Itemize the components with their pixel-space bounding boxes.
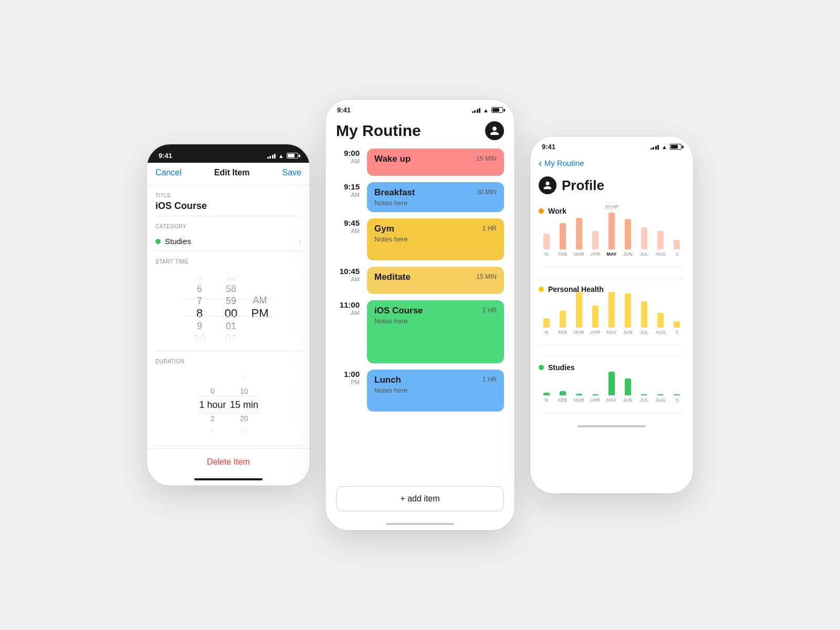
edit-form: TITLE iOS Course CATEGORY Studies › STAR… xyxy=(147,185,310,448)
routine-card-meditate[interactable]: Meditate 15 MIN xyxy=(367,267,504,294)
routine-card-wakeup[interactable]: Wake up 15 MIN xyxy=(367,149,504,176)
category-left: Studies xyxy=(155,237,191,246)
back-label: My Routine xyxy=(544,159,584,167)
personal-health-dot xyxy=(539,287,544,292)
category-row[interactable]: Studies › xyxy=(155,232,301,251)
title-value[interactable]: iOS Course xyxy=(155,201,301,216)
profile-avatar-button[interactable] xyxy=(485,121,504,140)
category-dot xyxy=(155,239,161,244)
battery-icon-right xyxy=(670,144,681,150)
chart-bar-group: N xyxy=(539,234,554,257)
profile-header: Profile xyxy=(530,172,693,203)
duration-min-col[interactable]: 5 10 15 min 20 25 xyxy=(228,371,260,439)
dur-h-3: 3 xyxy=(197,425,228,439)
hour-7: 7 xyxy=(184,295,215,307)
chart-bar xyxy=(592,394,598,395)
list-item: 9:15 AM Breakfast 30 MIN Notes here xyxy=(336,182,504,212)
ampm-pm: PM xyxy=(247,307,273,320)
duration-hour-col[interactable]: 0 1 hour 2 3 xyxy=(197,371,228,439)
hour-8: 8 xyxy=(184,307,215,320)
chart-bar-group: MAR xyxy=(571,218,586,257)
chart-bar-group: N xyxy=(539,318,554,335)
status-time-center: 9:41 xyxy=(337,106,351,114)
hour-picker-col[interactable]: 5 6 7 8 9 10 xyxy=(184,271,215,344)
work-chart-section: Work N FEB MAR APR xyxy=(530,203,693,276)
chart-bar-group: APR xyxy=(587,306,603,335)
duration-label: DURATION xyxy=(155,359,301,364)
chart-bar-group: FEB xyxy=(555,391,570,403)
save-button[interactable]: Save xyxy=(282,168,301,177)
category-value: Studies xyxy=(165,237,191,246)
min-58: 58 xyxy=(215,283,247,295)
chart-bar-group: JUN xyxy=(621,293,636,335)
routine-header: My Routine xyxy=(326,117,514,149)
chart-bar xyxy=(674,394,680,395)
signal-icon-left xyxy=(267,153,276,159)
chart-bar-group: MAY xyxy=(604,372,619,403)
chart-bar-group: S xyxy=(669,394,685,403)
back-nav[interactable]: ‹ My Routine xyxy=(530,154,693,172)
hour-5: 5 xyxy=(184,271,215,283)
signal-icon-center xyxy=(472,108,481,113)
start-time-picker[interactable]: 5 6 7 8 9 10 52 58 59 00 01 xyxy=(155,267,301,349)
chart-bar-group: JUN xyxy=(621,219,636,257)
time-label-4: 11:00 AM xyxy=(336,300,360,316)
min-00: 00 xyxy=(215,307,247,320)
phones-container: 9:41 ▲ Cancel Edit Item Save xyxy=(126,68,714,562)
chart-bar-group: JUL xyxy=(637,301,652,335)
card-header: Wake up 15 MIN xyxy=(374,154,497,164)
duration-picker[interactable]: 0 1 hour 2 3 5 10 15 min 20 25 xyxy=(155,366,301,443)
status-bar-center: 9:41 ▲ xyxy=(326,100,514,117)
chart-bar-group: APR xyxy=(587,231,603,257)
card-header: Lunch 1 HR xyxy=(374,375,497,385)
cancel-button[interactable]: Cancel xyxy=(155,168,182,177)
hour-9: 9 xyxy=(184,320,215,332)
min-02: 02 xyxy=(215,332,247,344)
chart-bar-group: 20 HR MAY xyxy=(604,213,619,257)
routine-card-gym[interactable]: Gym 1 HR Notes here xyxy=(367,218,504,260)
work-label: Work xyxy=(548,207,566,215)
routine-card-ioscourse[interactable]: iOS Course 2 HR Notes here xyxy=(367,300,504,363)
routine-card-breakfast[interactable]: Breakfast 30 MIN Notes here xyxy=(367,182,504,212)
dur-h-empty xyxy=(197,371,228,384)
status-icons-left: ▲ xyxy=(267,153,298,159)
chart-bar xyxy=(560,311,566,328)
status-bar-right: 9:41 ▲ xyxy=(530,136,693,154)
card-header: Gym 1 HR xyxy=(374,224,497,234)
time-label-5: 1:00 PM xyxy=(336,370,360,385)
chart-bar xyxy=(657,231,664,249)
chart-bar-group: FEB xyxy=(555,311,570,335)
status-bar-left: 9:41 ▲ xyxy=(147,144,310,163)
chart-bar xyxy=(592,231,598,249)
divider-1 xyxy=(539,278,685,279)
back-arrow-icon: ‹ xyxy=(539,157,542,169)
time-label-2: 9:45 AM xyxy=(336,218,360,234)
ampm-picker-col[interactable]: AM PM xyxy=(247,271,273,344)
home-indicator-right xyxy=(578,425,646,427)
category-label: CATEGORY xyxy=(155,224,301,229)
routine-card-lunch[interactable]: Lunch 1 HR Notes here xyxy=(367,370,504,412)
dur-h-1: 1 hour xyxy=(197,398,228,412)
chart-bar-group: FEB xyxy=(555,223,570,257)
min-59: 59 xyxy=(215,295,247,307)
chart-bar xyxy=(576,292,582,328)
chevron-right-icon: › xyxy=(299,237,301,246)
delete-item-button[interactable]: Delete Item xyxy=(147,448,310,475)
start-time-label: START TIME xyxy=(155,259,301,265)
status-time-right: 9:41 xyxy=(542,143,555,151)
dur-h-0: 0 xyxy=(197,384,228,398)
ampm-am: AM xyxy=(247,295,273,307)
chart-bar-group: AUG xyxy=(653,231,668,257)
add-item-button[interactable]: + add item xyxy=(336,486,504,511)
list-item: 9:00 AM Wake up 15 MIN xyxy=(336,149,504,176)
hour-6: 6 xyxy=(184,283,215,295)
ampm-empty2 xyxy=(247,283,273,295)
dur-m-15: 15 min xyxy=(228,398,260,412)
edit-item-title: Edit Item xyxy=(214,168,250,177)
minute-picker-col[interactable]: 52 58 59 00 01 02 xyxy=(215,271,247,344)
chart-bar xyxy=(641,227,647,249)
chart-bar-group: JUN xyxy=(621,379,636,403)
chart-bar xyxy=(608,372,615,395)
signal-icon-right xyxy=(650,144,659,150)
time-label-3: 10:45 AM xyxy=(336,267,360,282)
